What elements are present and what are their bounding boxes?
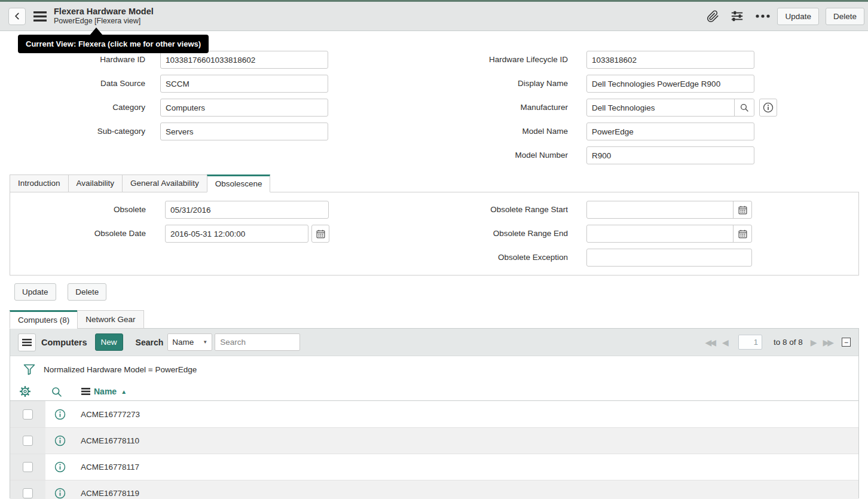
- tab-availability[interactable]: Availability: [68, 175, 123, 192]
- record-link[interactable]: ACME16777273: [81, 410, 140, 419]
- table-row: ACME16777273: [10, 401, 858, 427]
- sub-category-input[interactable]: [160, 123, 328, 140]
- new-record-button[interactable]: New: [95, 333, 123, 351]
- table-row: ACME16778110: [10, 427, 858, 454]
- tab-obsolescene[interactable]: Obsolescene: [207, 175, 271, 192]
- list-search-icon[interactable]: [51, 386, 62, 397]
- row-preview-button[interactable]: [45, 401, 74, 427]
- current-view-tooltip[interactable]: Current View: Flexera (click me for othe…: [18, 35, 209, 53]
- attachment-paperclip-icon[interactable]: [707, 10, 719, 23]
- filter-funnel-icon[interactable]: [23, 364, 35, 375]
- field-row-data-source: Data Source: [10, 75, 328, 93]
- obsolete-input[interactable]: [165, 201, 329, 219]
- column-header-name[interactable]: Name: [94, 387, 117, 396]
- obsolescence-panel: Obsolete Obsolete Date Obsolete Range St…: [10, 192, 859, 275]
- info-icon: [54, 409, 66, 420]
- page-subtitle-view[interactable]: PowerEdge [Flexera view]: [54, 17, 154, 26]
- obsolete-date-calendar-button[interactable]: [311, 225, 329, 243]
- form-delete-button[interactable]: Delete: [68, 283, 106, 301]
- record-link[interactable]: ACME16778119: [81, 489, 139, 498]
- column-context-menu-icon[interactable]: [81, 388, 90, 395]
- obsolete-range-start-input[interactable]: [587, 201, 733, 218]
- obsolete-date-input[interactable]: [165, 225, 308, 243]
- field-row-hardware-lifecycle-id: Hardware Lifecycle ID: [418, 51, 754, 69]
- row-checkbox[interactable]: [23, 462, 33, 472]
- manufacturer-preview-button[interactable]: [759, 99, 777, 117]
- info-icon: [763, 102, 774, 113]
- list-search-input[interactable]: [215, 333, 300, 351]
- form-tabs: Introduction Availability General Availa…: [10, 175, 859, 192]
- data-source-input[interactable]: [160, 75, 328, 93]
- field-label: Sub-category: [10, 123, 145, 140]
- calendar-icon: [316, 229, 326, 239]
- tab-network-gear[interactable]: Network Gear: [77, 310, 143, 329]
- obsolete-range-start-calendar-button[interactable]: [733, 201, 751, 218]
- last-page-icon[interactable]: ▶▶: [823, 338, 832, 347]
- field-label: Obsolete Range End: [418, 225, 568, 243]
- field-label: Obsolete: [10, 201, 146, 219]
- obsolete-range-end-input[interactable]: [587, 225, 733, 242]
- update-button[interactable]: Update: [777, 8, 819, 25]
- record-link[interactable]: ACME16778110: [81, 436, 139, 445]
- field-label: Obsolete Range Start: [418, 201, 568, 219]
- search-field-select[interactable]: Name ▼: [167, 333, 212, 351]
- field-row-obsolete-date: Obsolete Date: [10, 225, 329, 243]
- obsolete-range-end-calendar-button[interactable]: [733, 225, 751, 242]
- hamburger-icon: [22, 339, 32, 346]
- first-page-icon[interactable]: ◀◀: [705, 338, 715, 347]
- personalize-list-gear-icon[interactable]: [19, 385, 31, 397]
- hardware-lifecycle-id-input[interactable]: [586, 51, 754, 69]
- computers-list: Computers New Search Name ▼ ◀◀ ◀ to 8 of…: [10, 328, 859, 498]
- row-name-cell: ACME16778117: [74, 454, 139, 480]
- more-options-icon[interactable]: [755, 13, 771, 19]
- table-row: ACME16778119: [10, 480, 858, 499]
- header-actions: Update Delete: [695, 8, 864, 25]
- category-input[interactable]: [160, 99, 328, 117]
- row-checkbox[interactable]: [23, 436, 33, 446]
- tab-computers[interactable]: Computers (8): [10, 310, 78, 329]
- page-number-input[interactable]: [738, 335, 762, 350]
- obsolete-exception-input[interactable]: [586, 249, 752, 267]
- filter-breadcrumb[interactable]: Normalized Hardware Model = PowerEdge: [44, 365, 197, 374]
- related-list-tabs: Computers (8) Network Gear: [10, 310, 859, 328]
- form-update-button[interactable]: Update: [14, 283, 56, 301]
- calendar-icon: [738, 205, 748, 215]
- field-label: Hardware ID: [10, 51, 145, 69]
- field-label: Model Number: [418, 146, 568, 164]
- row-preview-button[interactable]: [45, 428, 74, 454]
- row-checkbox[interactable]: [23, 409, 33, 420]
- field-row-obsolete: Obsolete: [10, 201, 329, 219]
- manufacturer-input[interactable]: [586, 99, 754, 117]
- list-pagination: ◀◀ ◀ to 8 of 8 ▶ ▶▶ −: [705, 335, 851, 350]
- chevron-left-icon: [13, 12, 22, 20]
- record-link[interactable]: ACME16778117: [81, 463, 139, 472]
- list-title: Computers: [41, 338, 87, 347]
- form-action-buttons: Update Delete: [14, 283, 116, 301]
- related-list-section: Computers (8) Network Gear Computers New…: [10, 310, 859, 499]
- next-page-icon[interactable]: ▶: [811, 338, 815, 347]
- form-context-menu-icon[interactable]: [33, 11, 47, 22]
- calendar-icon: [738, 229, 748, 239]
- model-name-input[interactable]: [586, 123, 754, 140]
- hardware-id-input[interactable]: [160, 51, 328, 69]
- row-checkbox[interactable]: [23, 488, 33, 498]
- personalize-sliders-icon[interactable]: [731, 10, 744, 23]
- tab-introduction[interactable]: Introduction: [10, 175, 69, 192]
- delete-button[interactable]: Delete: [826, 8, 864, 25]
- field-row-display-name: Display Name: [418, 75, 754, 93]
- back-button[interactable]: [8, 8, 26, 25]
- manufacturer-lookup-button[interactable]: [734, 99, 754, 116]
- search-icon: [739, 103, 749, 112]
- collapse-list-icon[interactable]: −: [842, 338, 851, 347]
- previous-page-icon[interactable]: ◀: [722, 338, 727, 347]
- model-number-input[interactable]: [586, 146, 754, 164]
- sort-ascending-icon[interactable]: ▲: [121, 388, 127, 395]
- row-preview-button[interactable]: [45, 454, 74, 480]
- tab-general-availability[interactable]: General Availability: [122, 175, 207, 192]
- display-name-input[interactable]: [586, 75, 754, 93]
- row-name-cell: ACME16778110: [74, 428, 139, 454]
- row-preview-button[interactable]: [45, 480, 74, 499]
- field-row-model-number: Model Number: [418, 146, 754, 164]
- list-context-menu-button[interactable]: [18, 333, 36, 351]
- field-label: Obsolete Exception: [418, 249, 568, 267]
